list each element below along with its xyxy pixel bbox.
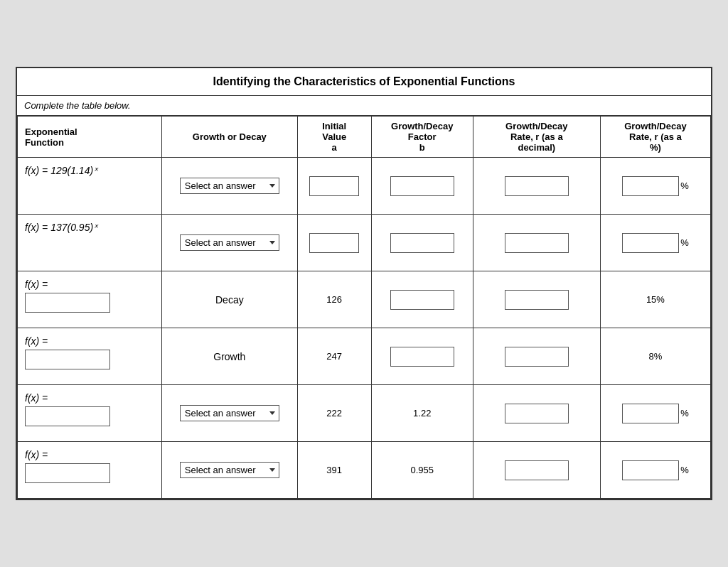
func-label: f(x) = 129(1.14)ˣ [25,165,97,176]
pct-wrapper: % [606,233,705,253]
initial-value-input[interactable] [309,233,359,253]
rate-decimal-cell-0[interactable] [473,158,600,215]
rate-pct-cell-3: 8% [600,328,710,385]
growth-decay-cell-2: Decay [161,271,297,328]
select-answer[interactable]: Select an answerGrowthDecay [180,234,279,251]
factor-cell-0[interactable] [371,158,473,215]
rate-pct-cell-0[interactable]: % [600,158,710,215]
func-input-wrapper: f(x) = [25,449,156,483]
growth-decay-cell-0[interactable]: Select an answerGrowthDecay [161,158,297,215]
func-cell-2: f(x) = [18,271,162,328]
main-table: ExponentialFunction Growth or Decay Init… [17,116,711,499]
func-input-field[interactable] [25,463,110,483]
func-cell-0: f(x) = 129(1.14)ˣ [18,158,162,215]
initial-value-input[interactable] [309,176,359,196]
header-factor: Growth/DecayFactorb [371,117,473,158]
rate-pct-cell-5[interactable]: % [600,442,710,499]
header-growth-decay: Growth or Decay [161,117,297,158]
rate-pct-input[interactable] [622,404,679,423]
growth-decay-cell-4[interactable]: Select an answerGrowthDecay [161,385,297,442]
func-eq-label: f(x) = [25,449,156,460]
rate-decimal-cell-1[interactable] [473,215,600,271]
pct-symbol: % [680,180,689,191]
rate-decimal-cell-4[interactable] [473,385,600,442]
factor-input[interactable] [390,290,454,310]
rate-pct-cell-1[interactable]: % [600,215,710,271]
rate-pct-input[interactable] [622,460,679,480]
rate-decimal-input[interactable] [505,176,569,196]
pct-wrapper: % [606,404,705,423]
factor-input[interactable] [390,347,454,367]
factor-cell-4: 1.22 [371,385,473,442]
rate-pct-input[interactable] [622,233,679,253]
select-answer[interactable]: Select an answerGrowthDecay [180,178,279,194]
table-subtitle: Complete the table below. [17,96,711,116]
func-eq-label: f(x) = [25,279,156,290]
func-input-wrapper: f(x) = [25,392,156,426]
factor-input[interactable] [390,176,454,196]
initial-value-cell-1[interactable] [297,215,371,271]
table-row: f(x) = 137(0.95)ˣSelect an answerGrowthD… [18,215,711,271]
initial-value-cell-4: 222 [297,385,371,442]
func-input-field[interactable] [25,406,110,426]
table-row: f(x) =Select an answerGrowthDecay2221.22… [18,385,711,442]
rate-decimal-cell-5[interactable] [473,442,600,499]
rate-decimal-input[interactable] [505,460,569,480]
growth-decay-cell-5[interactable]: Select an answerGrowthDecay [161,442,297,499]
rate-decimal-input[interactable] [505,290,569,310]
select-answer[interactable]: Select an answerGrowthDecay [180,405,279,421]
header-function: ExponentialFunction [18,117,162,158]
func-eq-label: f(x) = [25,335,156,347]
factor-input[interactable] [390,233,454,253]
rate-decimal-input[interactable] [505,347,569,367]
rate-decimal-cell-3[interactable] [473,328,600,385]
initial-value-cell-2: 126 [297,271,371,328]
growth-decay-static: Growth [213,351,245,362]
rate-decimal-input[interactable] [505,233,569,253]
rate-pct-input[interactable] [622,176,679,196]
initial-value-cell-5: 391 [297,442,371,499]
table-row: f(x) =Decay12615% [18,271,711,328]
growth-decay-cell-3: Growth [161,328,297,385]
factor-cell-2[interactable] [371,271,473,328]
func-input-field[interactable] [25,293,110,313]
rate-decimal-input[interactable] [505,404,569,423]
pct-symbol: % [680,465,689,475]
pct-wrapper: % [606,460,705,480]
main-container: Identifying the Characteristics of Expon… [16,67,712,500]
func-input-field[interactable] [25,350,110,369]
rate-pct-cell-2: 15% [600,271,710,328]
func-cell-4: f(x) = [18,385,162,442]
growth-decay-cell-1[interactable]: Select an answerGrowthDecay [161,215,297,271]
initial-value-cell-3: 247 [297,328,371,385]
initial-value-cell-0[interactable] [297,158,371,215]
table-row: f(x) =Growth2478% [18,328,711,385]
rate-decimal-cell-2[interactable] [473,271,600,328]
pct-symbol: % [680,237,689,248]
func-eq-label: f(x) = [25,392,156,404]
header-initial-value: InitialValuea [297,117,371,158]
func-cell-3: f(x) = [18,328,162,385]
factor-cell-1[interactable] [371,215,473,271]
table-row: f(x) =Select an answerGrowthDecay3910.95… [18,442,711,499]
rate-pct-cell-4[interactable]: % [600,385,710,442]
table-row: f(x) = 129(1.14)ˣSelect an answerGrowthD… [18,158,711,215]
select-answer[interactable]: Select an answerGrowthDecay [180,462,279,478]
table-title: Identifying the Characteristics of Expon… [17,68,711,96]
pct-wrapper: % [606,176,705,196]
header-rate-decimal: Growth/DecayRate, r (as adecimal) [473,117,600,158]
func-label: f(x) = 137(0.95)ˣ [25,222,97,233]
growth-decay-static: Decay [215,294,244,306]
header-rate-pct: Growth/DecayRate, r (as a%) [600,117,710,158]
factor-cell-3[interactable] [371,328,473,385]
func-cell-1: f(x) = 137(0.95)ˣ [18,215,162,271]
func-input-wrapper: f(x) = [25,279,156,313]
func-cell-5: f(x) = [18,442,162,499]
func-input-wrapper: f(x) = [25,335,156,369]
pct-symbol: % [680,408,689,418]
factor-cell-5: 0.955 [371,442,473,499]
